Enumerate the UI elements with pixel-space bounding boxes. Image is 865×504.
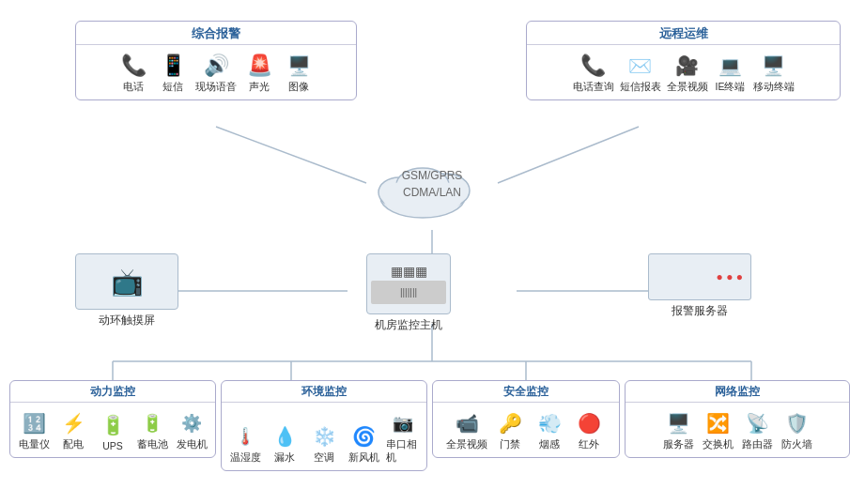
security-door: 🔑 门禁 [493,410,527,451]
power-meter: 🔢 电量仪 [17,410,51,451]
alarm-phone-label: 电话 [123,81,144,94]
alert-server-icon: ● ● ● [717,270,743,283]
power-battery: 🔋 蓄电池 [135,410,169,451]
touch-screen-icon: 📺 [111,267,144,298]
alarm-title: 综合报警 [76,22,356,45]
firewall-icon: 🛡️ [781,410,811,436]
network-box: 网络监控 🖥️ 服务器 🔀 交换机 📡 路由器 🛡️ 防火墙 [625,380,850,458]
remote-mobile-label: 移动终端 [753,81,795,94]
security-door-label: 门禁 [500,438,520,451]
alarm-image-label: 图像 [288,81,309,94]
network-switch-label: 交换机 [703,438,734,451]
gen-icon: ⚙️ [177,410,207,436]
main-host-bottom: ||||||| [371,281,446,304]
power-battery-label: 蓄电池 [137,438,168,451]
env-fan: 🌀 新风机 [347,423,380,465]
server-icon: 🖥️ [663,410,693,436]
alert-server-image: ● ● ● [648,253,751,300]
ir-icon: 🔴 [574,410,604,436]
remote-video: 🎥 全景视频 [667,53,708,94]
diagram: 综合报警 📞 电话 📱 短信 🔊 现场语音 🚨 声光 🖥️ 图像 [0,0,865,504]
smoke-icon: 💨 [534,410,564,436]
env-camera-label: 串口相机 [386,438,420,465]
security-title: 安全监控 [433,381,619,403]
door-icon: 🔑 [495,410,525,436]
network-router: 📡 路由器 [740,410,774,451]
security-cam: 📹 全景视频 [446,410,487,451]
env-title: 环境监控 [222,381,426,403]
network-switch: 🔀 交换机 [701,410,734,451]
security-smoke-label: 烟感 [539,438,560,451]
touch-screen-label: 动环触摸屏 [99,313,155,328]
ac-icon: ❄️ [309,423,339,450]
power-dist: ⚡ 配电 [56,410,90,451]
alarm-sms: 📱 短信 [156,53,190,94]
alarm-sms-label: 短信 [162,81,183,94]
video360-icon: 🎥 [672,53,703,79]
remote-sms-label: 短信报表 [620,81,661,94]
sms-icon: 📱 [158,53,188,79]
alarm-voice-label: 现场语音 [195,81,237,94]
dist-icon: ⚡ [58,410,88,436]
touch-screen-host: 📺 动环触摸屏 [75,253,178,328]
power-ups: 🔋 UPS [96,412,130,451]
env-camera: 📷 串口相机 [386,410,420,465]
network-router-label: 路由器 [742,438,773,451]
alarm-phone: 📞 电话 [116,53,150,94]
alarm-icons: 📞 电话 📱 短信 🔊 现场语音 🚨 声光 🖥️ 图像 [76,49,356,99]
sms2-icon: ✉️ [626,53,656,79]
power-title: 动力监控 [10,381,215,403]
power-icons: 🔢 电量仪 ⚡ 配电 🔋 UPS 🔋 蓄电池 ⚙️ 发电机 [10,406,215,457]
power-dist-label: 配电 [63,438,84,451]
remote-ie: 💻 IE终端 [714,53,748,94]
alarm-image: 🖥️ 图像 [282,53,316,94]
cam-icon: 📹 [452,410,482,436]
env-temp-label: 温湿度 [230,451,261,465]
alarm-light-label: 声光 [249,81,270,94]
meter-icon: 🔢 [19,410,49,436]
env-water: 💧 漏水 [268,423,301,465]
security-cam-label: 全景视频 [446,438,487,451]
svg-line-1 [498,127,639,183]
security-smoke: 💨 烟感 [533,410,566,451]
main-host-label: 机房监控主机 [375,317,442,333]
main-host: ▦▦▦ ||||||| 机房监控主机 [366,253,451,333]
alert-server-host: ● ● ● 报警服务器 [648,253,751,319]
camera-icon: 📷 [388,410,418,436]
main-host-icon: ▦▦▦ [391,264,427,279]
ie-icon: 💻 [716,53,746,79]
power-gen: ⚙️ 发电机 [175,410,209,451]
env-fan-label: 新风机 [348,451,379,465]
security-ir: 🔴 红外 [572,410,606,451]
main-host-image: ▦▦▦ ||||||| [366,253,451,314]
switch-icon: 🔀 [703,410,733,436]
battery-icon: 🔋 [137,410,167,436]
env-temp: 🌡️ 温湿度 [228,423,262,465]
remote-call-label: 电话查询 [573,81,614,94]
alert-server-label: 报警服务器 [672,303,728,319]
remote-call: 📞 电话查询 [573,53,614,94]
security-box: 安全监控 📹 全景视频 🔑 门禁 💨 烟感 🔴 红外 [432,380,620,458]
alarm-light: 🚨 声光 [242,53,276,94]
power-gen-label: 发电机 [177,438,208,451]
remote-sms: ✉️ 短信报表 [620,53,661,94]
network-firewall-label: 防火墙 [781,438,812,451]
power-ups-label: UPS [102,440,123,451]
svg-line-0 [216,127,366,183]
env-ac: ❄️ 空调 [307,423,341,465]
fan-icon: 🌀 [348,423,378,450]
network-firewall: 🛡️ 防火墙 [780,410,813,451]
env-water-label: 漏水 [274,451,295,465]
cloud-network: GSM/GPRSCDMA/LAN [357,150,507,225]
security-icons: 📹 全景视频 🔑 门禁 💨 烟感 🔴 红外 [433,406,619,457]
ups-icon: 🔋 [98,412,128,438]
power-meter-label: 电量仪 [19,438,50,451]
env-box: 环境监控 🌡️ 温湿度 💧 漏水 ❄️ 空调 🌀 新风机 📷 串口相机 [221,380,427,471]
touch-screen-image: 📺 [75,253,178,310]
water-icon: 💧 [270,423,300,450]
network-icons: 🖥️ 服务器 🔀 交换机 📡 路由器 🛡️ 防火墙 [626,406,849,457]
env-ac-label: 空调 [314,451,334,465]
speaker-icon: 🔊 [201,53,231,79]
router-icon: 📡 [742,410,772,436]
network-server: 🖥️ 服务器 [661,410,695,451]
